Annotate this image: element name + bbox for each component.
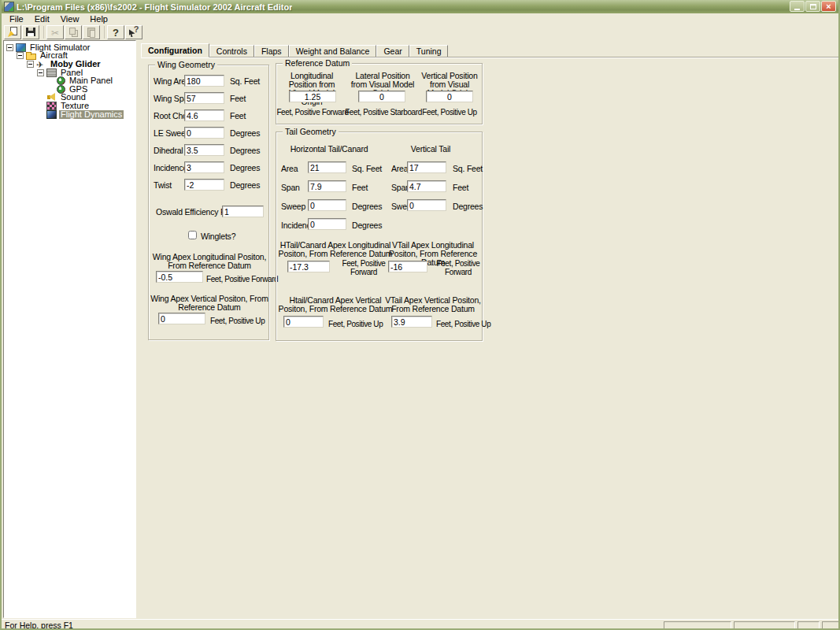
twist-label: Twist	[154, 181, 172, 190]
le-sweep-unit: Degrees	[230, 129, 260, 138]
wing-area-input[interactable]	[184, 75, 224, 87]
twist-unit: Degrees	[230, 181, 260, 190]
collapse-icon[interactable]	[17, 52, 24, 59]
minimize-icon	[794, 9, 800, 10]
tab-flaps[interactable]: Flaps	[254, 45, 289, 57]
wing-apex-longitudinal-input[interactable]	[156, 271, 203, 283]
flight-dynamics-icon	[46, 110, 57, 119]
htail-incidence-unit: Degrees	[352, 221, 382, 230]
horizontal-tail-header: Horizontal Tail/Canard	[276, 145, 382, 154]
copy-icon	[69, 28, 76, 35]
tree-item-sound[interactable]: Sound	[46, 94, 135, 102]
winglets-label: Winglets?	[201, 232, 235, 241]
htail-apex-vertical-input[interactable]	[283, 316, 324, 328]
dihedral-input[interactable]	[184, 144, 224, 156]
menu-file[interactable]: File	[4, 14, 29, 24]
htail-incidence-input[interactable]	[308, 218, 346, 230]
ref-lateral-input[interactable]	[358, 91, 405, 102]
cut-icon	[51, 25, 59, 39]
twist-input[interactable]	[184, 179, 224, 191]
collapse-icon[interactable]	[37, 69, 44, 76]
title-bar[interactable]: L:\Program Files (x86)\fs2002 - Flight S…	[2, 0, 838, 13]
htail-apex-longitudinal-input[interactable]	[287, 261, 330, 272]
tab-weight-and-balance[interactable]: Weight and Balance	[289, 45, 377, 57]
cut-button	[46, 25, 64, 39]
wing-apex-longitudinal-label: Wing Apex Longitudinal Positon, From Ref…	[150, 253, 268, 270]
wing-apex-vertical-input[interactable]	[158, 313, 205, 324]
save-button[interactable]	[22, 25, 39, 39]
root-chord-unit: Feet	[230, 112, 246, 120]
restore-button[interactable]	[805, 1, 820, 12]
tree-item-flight-simulator[interactable]: Flight Simulator	[6, 43, 135, 52]
tail-geometry-group: Tail Geometry Horizontal Tail/Canard Ver…	[276, 132, 483, 341]
tab-tuning[interactable]: Tuning	[409, 45, 449, 57]
window-title: L:\Program Files (x86)\fs2002 - Flight S…	[17, 2, 292, 12]
wing-span-unit: Feet	[230, 94, 246, 103]
new-button[interactable]	[4, 25, 21, 39]
toolbar-separator	[102, 26, 105, 39]
htail-sweep-input[interactable]	[308, 199, 346, 211]
tree-item-flight-dynamics[interactable]: Flight Dynamics	[46, 110, 135, 119]
tab-configuration[interactable]: Configuration	[141, 43, 209, 57]
wing-apex-vertical-label: Wing Apex Vertical Positon, From Referen…	[150, 295, 268, 312]
restore-icon	[810, 4, 816, 9]
context-help-button[interactable]	[125, 25, 142, 39]
collapse-icon[interactable]	[27, 61, 34, 68]
vtail-apex-vertical-label: VTail Apex Vertical Positon, From Refere…	[383, 296, 483, 313]
htail-apex-vertical-label: Htail/Canard Apex Vertical Positon, From…	[276, 296, 394, 313]
app-icon	[4, 2, 14, 12]
tab-gear[interactable]: Gear	[376, 45, 409, 57]
vtail-area-input[interactable]	[407, 161, 446, 173]
vtail-area-unit: Sq. Feet	[453, 165, 483, 173]
root-chord-input[interactable]	[184, 109, 224, 121]
vtail-apex-vertical-input[interactable]	[391, 316, 432, 328]
tab-controls[interactable]: Controls	[209, 45, 254, 57]
minimize-button[interactable]	[790, 1, 805, 12]
project-tree: Flight Simulator Aircraft Moby Glider Pa…	[3, 40, 136, 618]
vtail-sweep-unit: Degrees	[453, 202, 483, 211]
collapse-icon[interactable]	[6, 44, 13, 51]
paste-button	[83, 25, 100, 39]
vtail-sweep-input[interactable]	[407, 199, 446, 211]
close-icon: ×	[826, 2, 831, 11]
panel-icon	[46, 69, 57, 77]
vtail-span-input[interactable]	[407, 180, 446, 192]
group-title: Wing Geometry	[155, 61, 217, 69]
le-sweep-input[interactable]	[184, 127, 224, 139]
vtail-apex-longitudinal-input[interactable]	[388, 261, 427, 272]
htail-span-input[interactable]	[308, 180, 346, 192]
flight-simulator-icon	[16, 43, 26, 52]
htail-span-unit: Feet	[352, 183, 368, 192]
vtail-apex-vertical-unit: Feet, Positive Up	[436, 320, 490, 328]
menu-help[interactable]: Help	[84, 14, 113, 24]
wing-span-input[interactable]	[184, 92, 224, 104]
oswald-input[interactable]	[222, 206, 264, 217]
tree-item-main-panel[interactable]: Main Panel	[57, 76, 135, 85]
status-message: For Help, press F1	[5, 621, 73, 630]
about-button[interactable]	[107, 25, 124, 39]
menu-view[interactable]: View	[55, 14, 85, 24]
menu-bar: File Edit View Help	[2, 13, 838, 24]
ref-longitudinal-unit: Feet, Positive Forward	[276, 108, 349, 117]
status-pane	[822, 621, 839, 630]
incidence-input[interactable]	[184, 161, 224, 173]
ref-vertical-input[interactable]	[426, 91, 473, 102]
close-button[interactable]: ×	[821, 1, 836, 12]
htail-area-input[interactable]	[308, 161, 346, 173]
save-icon	[26, 28, 35, 36]
status-pane	[797, 621, 820, 630]
wing-area-unit: Sq. Feet	[230, 77, 260, 86]
htail-area-label: Area	[281, 165, 298, 173]
ref-vertical-unit: Feet, Positive Up	[416, 108, 483, 117]
htail-sweep-label: Sweep	[281, 202, 305, 211]
aircraft-icon	[36, 60, 46, 69]
menu-edit[interactable]: Edit	[29, 14, 55, 24]
sound-icon	[46, 93, 57, 102]
ref-lateral-unit: Feet, Positive Starboard	[344, 108, 423, 117]
htail-span-label: Span	[281, 183, 300, 192]
winglets-checkbox[interactable]	[188, 231, 197, 239]
vertical-tail-header: Vertical Tail	[387, 145, 475, 154]
copy-button	[65, 25, 82, 39]
incidence-label: Incidence	[154, 164, 187, 172]
ref-longitudinal-input[interactable]	[289, 91, 336, 102]
